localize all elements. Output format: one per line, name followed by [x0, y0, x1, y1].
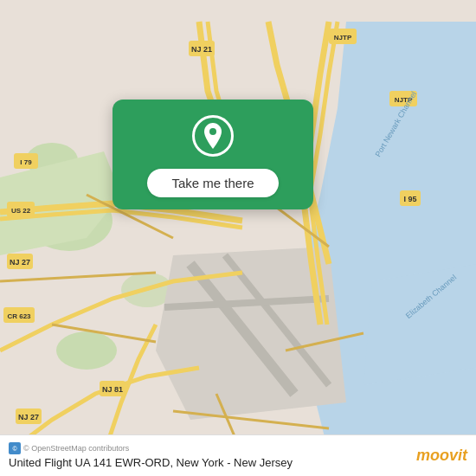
- svg-text:NJ 21: NJ 21: [191, 45, 212, 54]
- svg-text:I 95: I 95: [403, 195, 416, 203]
- overlay-panel: Take me there: [113, 100, 313, 209]
- svg-text:US 22: US 22: [11, 207, 31, 215]
- svg-point-42: [209, 128, 216, 135]
- take-me-there-button[interactable]: Take me there: [147, 169, 278, 197]
- svg-text:CR 623: CR 623: [7, 312, 31, 320]
- svg-text:NJ 27: NJ 27: [10, 258, 30, 267]
- bottom-bar: © © OpenStreetMap contributors United Fl…: [0, 434, 476, 476]
- osm-logo: ©: [9, 442, 21, 454]
- svg-text:I 79: I 79: [20, 158, 32, 166]
- moovit-text: moovit: [416, 447, 467, 465]
- svg-point-7: [56, 331, 117, 370]
- svg-text:NJTP: NJTP: [334, 34, 352, 42]
- svg-text:NJ 81: NJ 81: [102, 385, 123, 394]
- svg-marker-2: [363, 264, 476, 385]
- bottom-bar-left: © © OpenStreetMap contributors United Fl…: [9, 442, 293, 469]
- map-container: NJ 21 NJTP NJTP I 95 US 22 I 79 NJ 27 CR…: [0, 0, 476, 476]
- osm-credit-text: © OpenStreetMap contributors: [23, 444, 129, 453]
- location-pin-icon: [192, 115, 234, 157]
- flight-info: United Flight UA 141 EWR-ORD, New York -…: [9, 456, 293, 469]
- svg-text:NJ 27: NJ 27: [18, 413, 39, 421]
- moovit-logo: moovit: [416, 447, 467, 465]
- osm-credit: © © OpenStreetMap contributors: [9, 442, 293, 454]
